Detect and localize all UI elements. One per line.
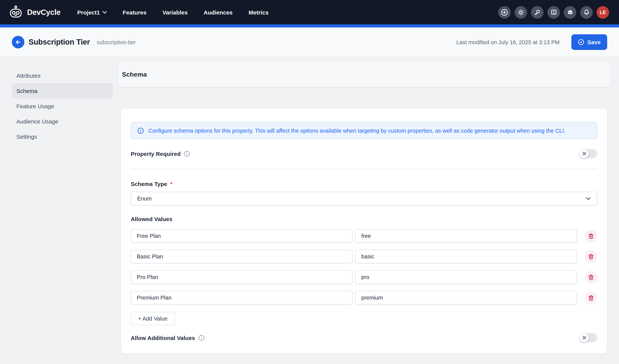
discord-button[interactable] [564,6,576,18]
value-key-input[interactable] [355,229,577,243]
allowed-value-row [131,270,597,284]
sidebar-item-schema[interactable]: Schema [12,83,113,98]
top-nav: DevCycle Project1 Features Variables Aud… [0,0,619,24]
value-label-input[interactable] [131,291,352,305]
nav-item-features[interactable]: Features [123,9,147,15]
allowed-value-row [131,291,597,305]
gear-icon [517,9,524,16]
sidebar: Attributes Schema Feature Usage Audience… [12,68,113,144]
delete-value-button[interactable] [585,230,597,242]
add-value-button[interactable]: + Add Value [131,312,175,325]
allowed-values-list [131,229,597,305]
notifications-button[interactable] [580,6,593,18]
api-keys-button[interactable] [531,6,544,18]
save-button[interactable]: Save [571,34,607,50]
create-new-button[interactable] [498,6,511,18]
main-panel: Schema Configure schema options for this… [118,62,611,364]
key-icon [534,9,541,16]
documentation-button[interactable] [547,6,560,18]
trash-icon [588,233,594,239]
allowed-value-row [131,229,597,243]
check-circle-icon [578,39,584,45]
delete-value-button[interactable] [585,291,597,304]
property-required-label: Property Required [131,150,190,157]
content: Attributes Schema Feature Usage Audience… [0,57,619,364]
property-key: subscription-tier [97,39,136,45]
sidebar-item-settings[interactable]: Settings [12,129,113,144]
brand-logo[interactable]: DevCycle [9,5,60,19]
last-modified-text: Last modified on July 16, 2025 at 3:13 P… [456,39,560,45]
value-label-input[interactable] [131,229,352,243]
allow-additional-values-label: Allow Additional Values [131,335,204,341]
devcycle-robot-icon [9,5,24,19]
value-key-input[interactable] [355,270,577,284]
sidebar-item-attributes[interactable]: Attributes [12,68,113,83]
property-required-toggle[interactable] [580,149,597,158]
nav-item-audiences[interactable]: Audiences [204,9,233,15]
info-banner-text: Configure schema options for this proper… [148,127,565,134]
nav-item-variables[interactable]: Variables [163,9,188,15]
toggle-knob-off-icon [580,333,589,342]
section-title: Schema [118,62,611,87]
delete-value-button[interactable] [585,271,597,283]
divider [131,169,597,169]
info-banner: Configure schema options for this proper… [131,122,597,139]
book-icon [550,9,557,16]
sidebar-item-audience-usage[interactable]: Audience Usage [12,113,113,129]
trash-icon [588,274,594,280]
info-circle-icon[interactable] [184,150,190,157]
value-label-input[interactable] [131,270,352,284]
value-key-input[interactable] [355,250,577,263]
trash-icon [588,253,594,260]
back-button[interactable] [12,36,24,48]
value-label-input[interactable] [131,250,352,263]
plus-circle-icon [501,9,508,16]
info-icon [137,127,144,134]
value-key-input[interactable] [355,291,577,305]
schema-type-value: Enum [137,196,152,202]
page-header: Subscription Tier subscription-tier Last… [0,28,619,57]
page-title: Subscription Tier [28,38,90,46]
required-asterisk: * [170,181,172,187]
accent-strip [0,24,619,28]
chevron-down-icon [586,197,591,200]
nav-actions: LE [498,6,609,18]
schema-type-select[interactable]: Enum [131,192,597,205]
settings-button[interactable] [515,6,527,18]
allow-additional-values-toggle[interactable] [580,333,597,342]
bell-icon [583,9,590,16]
sidebar-item-feature-usage[interactable]: Feature Usage [12,98,113,113]
project-selector[interactable]: Project1 [77,9,107,15]
info-circle-icon[interactable] [198,335,204,341]
nav-item-metrics[interactable]: Metrics [249,9,268,15]
trash-icon [588,294,594,301]
schema-card: Configure schema options for this proper… [121,109,607,353]
page: DevCycle Project1 Features Variables Aud… [0,0,619,364]
chevron-down-icon [102,11,107,14]
schema-type-label: Schema Type * [131,181,597,187]
discord-icon [567,9,574,16]
brand-name: DevCycle [27,8,60,17]
toggle-knob-off-icon [580,149,589,158]
allowed-value-row [131,250,597,263]
arrow-left-icon [15,39,21,45]
user-avatar[interactable]: LE [596,6,609,18]
allowed-values-label: Allowed Values [131,216,597,222]
delete-value-button[interactable] [585,250,597,263]
nav-menu: Project1 Features Variables Audiences Me… [77,9,268,15]
